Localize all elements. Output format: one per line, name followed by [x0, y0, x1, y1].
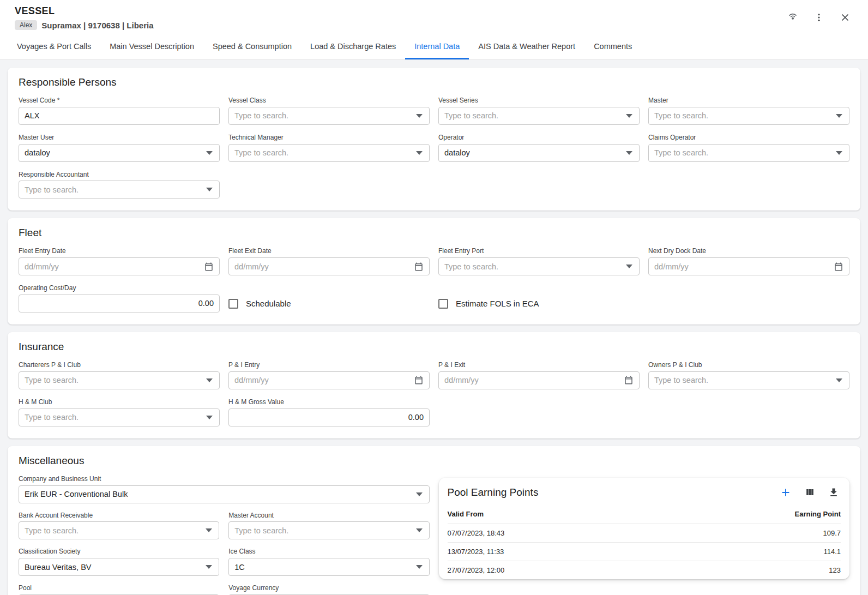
configure-columns-button[interactable] [803, 485, 817, 500]
responsible-persons-section: Responsible Persons Vessel Code * Vessel… [8, 68, 860, 211]
vessel-name-badge: Alex [15, 20, 37, 30]
claims-operator-select[interactable]: Type to search. [648, 144, 849, 162]
hm-gross-value-input-wrap [228, 408, 430, 426]
earning-point-cell: 109.7 [665, 524, 841, 542]
ice-class-select[interactable]: 1C [228, 558, 429, 576]
owners-pi-club-select[interactable]: Type to search. [648, 371, 849, 389]
field-voyage-currency: Voyage Currency Type to search. [228, 585, 429, 595]
field-label: Ice Class [228, 548, 429, 556]
tab-speed-consumption[interactable]: Speed & Consumption [203, 33, 301, 59]
chevron-down-icon [836, 378, 842, 382]
calendar-icon[interactable] [834, 262, 843, 272]
vessel-code-input-wrap [19, 107, 220, 125]
field-company-and-business-unit: Company and Business Unit Erik EUR - Con… [19, 476, 430, 503]
field-label: Master Account [228, 512, 429, 520]
field-pi-exit: P & I Exit [438, 362, 640, 389]
field-operating-cost-day: Operating Cost/Day [19, 285, 220, 312]
field-hm-gross-value: H & M Gross Value [228, 399, 430, 426]
field-master: Master Type to search. [648, 97, 849, 125]
field-estimate-fols-in-eca: Estimate FOLS in ECA [438, 285, 640, 312]
field-label: Vessel Series [438, 97, 640, 105]
fleet-entry-date-input[interactable] [25, 262, 204, 271]
operating-cost-day-input[interactable] [25, 299, 214, 308]
hm-gross-value-input[interactable] [234, 413, 424, 422]
fleet-entry-date-input-wrap [19, 257, 220, 275]
window-header: VESSEL Alex Supramax | 9170638 | Liberia [0, 0, 868, 33]
broadcast-button[interactable] [785, 10, 800, 25]
chevron-down-icon [416, 151, 423, 155]
vessel-summary: Alex Supramax | 9170638 | Liberia [15, 20, 154, 30]
master-account-select[interactable]: Type to search. [228, 521, 429, 539]
tab-load-discharge-rates[interactable]: Load & Discharge Rates [301, 33, 405, 59]
field-label: Next Dry Dock Date [648, 248, 849, 255]
vessel-class-select[interactable]: Type to search. [228, 107, 430, 125]
calendar-icon[interactable] [414, 262, 424, 272]
pool-earning-points-title: Pool Earning Points [448, 486, 539, 498]
field-bank-account-receivable: Bank Account Receivable Type to search. [19, 512, 219, 540]
company-and-business-unit-select[interactable]: Erik EUR - Conventional Bulk [19, 485, 430, 503]
chevron-down-icon [836, 114, 842, 118]
field-label: Charterers P & I Club [19, 362, 220, 369]
technical-manager-select[interactable]: Type to search. [228, 144, 430, 162]
master-select[interactable]: Type to search. [648, 107, 849, 125]
table-row[interactable]: 07/07/2023, 18:43 109.7 [448, 524, 841, 542]
chevron-down-icon [206, 151, 213, 155]
field-label: Fleet Entry Port [438, 248, 640, 255]
schedulable-checkbox[interactable]: Schedulable [228, 295, 430, 312]
next-dry-dock-date-input-wrap [648, 257, 849, 275]
hm-club-select[interactable]: Type to search. [19, 408, 220, 426]
tab-internal-data[interactable]: Internal Data [405, 33, 469, 59]
estimate-fols-in-eca-checkbox[interactable]: Estimate FOLS in ECA [438, 295, 640, 312]
pi-entry-input[interactable] [234, 376, 414, 384]
operator-select[interactable]: dataloy [438, 144, 640, 162]
download-icon [828, 487, 839, 498]
section-title: Insurance [19, 341, 849, 353]
tab-voyages-port-calls[interactable]: Voyages & Port Calls [8, 33, 100, 59]
download-button[interactable] [827, 485, 841, 500]
field-label: Responsible Accountant [19, 171, 220, 179]
add-earning-point-button[interactable] [779, 485, 793, 500]
fleet-exit-date-input[interactable] [234, 262, 414, 271]
bank-account-receivable-select[interactable]: Type to search. [19, 521, 219, 539]
calendar-icon[interactable] [624, 375, 634, 385]
page-title: VESSEL [15, 5, 154, 17]
tab-bar: Voyages & Port Calls Main Vessel Descrip… [0, 33, 868, 60]
vessel-window: VESSEL Alex Supramax | 9170638 | Liberia [0, 0, 868, 595]
pi-exit-input[interactable] [444, 376, 624, 384]
field-vessel-code: Vessel Code * [19, 97, 220, 125]
vessel-code-input[interactable] [25, 111, 214, 120]
calendar-icon[interactable] [204, 262, 214, 272]
fleet-entry-port-select[interactable]: Type to search. [438, 257, 640, 275]
tab-content: Responsible Persons Vessel Code * Vessel… [0, 60, 868, 595]
pool-earning-points-actions [779, 485, 841, 500]
classification-society-select[interactable]: Bureau Veritas, BV [19, 558, 219, 576]
responsible-accountant-select[interactable]: Type to search. [19, 181, 220, 199]
master-user-select[interactable]: dataloy [19, 144, 220, 162]
field-label: P & I Exit [438, 362, 640, 369]
field-label: Vessel Code * [19, 97, 220, 105]
more-options-button[interactable] [811, 10, 827, 25]
table-header-row: Valid From Earning Point [448, 504, 841, 524]
field-next-dry-dock-date: Next Dry Dock Date [648, 248, 849, 275]
field-pi-entry: P & I Entry [228, 362, 430, 389]
pool-earning-points-panel: Pool Earning Points [439, 478, 850, 579]
tab-comments[interactable]: Comments [584, 33, 641, 59]
chevron-down-icon [836, 151, 842, 155]
field-label: H & M Club [19, 399, 220, 406]
field-label: H & M Gross Value [228, 399, 430, 406]
next-dry-dock-date-input[interactable] [654, 262, 834, 271]
chevron-down-icon [626, 114, 632, 118]
table-row[interactable]: 13/07/2023, 11:33 114.1 [448, 542, 841, 561]
field-hm-club: H & M Club Type to search. [19, 399, 220, 426]
field-fleet-exit-date: Fleet Exit Date [228, 248, 430, 275]
tab-ais-data-weather-report[interactable]: AIS Data & Weather Report [469, 33, 584, 59]
tab-main-vessel-description[interactable]: Main Vessel Description [100, 33, 203, 59]
field-responsible-accountant: Responsible Accountant Type to search. [19, 171, 220, 199]
chevron-down-icon [416, 528, 423, 532]
field-fleet-entry-date: Fleet Entry Date [19, 248, 220, 275]
close-button[interactable] [837, 10, 853, 25]
calendar-icon[interactable] [414, 375, 424, 385]
table-row[interactable]: 27/07/2023, 12:00 123 [448, 561, 841, 579]
charterers-pi-club-select[interactable]: Type to search. [19, 371, 220, 389]
vessel-series-select[interactable]: Type to search. [438, 107, 640, 125]
